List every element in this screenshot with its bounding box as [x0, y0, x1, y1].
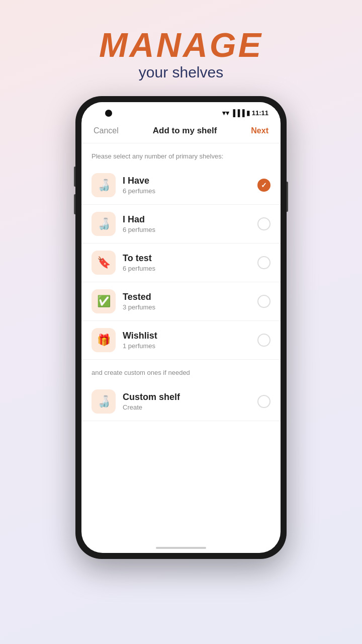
shelf-count-wishlist: 1 perfumes	[123, 342, 250, 350]
shelf-name-i-had: I Had	[123, 214, 250, 225]
shelf-text-i-have: I Have 6 perfumes	[123, 176, 250, 195]
nav-title: Add to my shelf	[153, 126, 217, 136]
shelf-icon-wrap-to-test: 🔖	[92, 251, 116, 275]
shelf-count-i-had: 6 perfumes	[123, 226, 250, 233]
bookmark-icon: 🔖	[97, 256, 111, 269]
status-bar: ▾▾ ▐▐▐ ▮ 11:11	[81, 102, 281, 120]
checkmark-bottle-icon: ✅	[97, 295, 111, 308]
page-heading: MANAGE	[99, 28, 263, 62]
next-button[interactable]: Next	[251, 126, 268, 135]
notch-area	[94, 110, 124, 117]
phone-screen: ▾▾ ▐▐▐ ▮ 11:11 Cancel Add to my shelf Ne…	[81, 102, 281, 553]
shelf-name-custom: Custom shelf	[123, 392, 250, 403]
status-right: ▾▾ ▐▐▐ ▮ 11:11	[222, 109, 268, 117]
shelf-item-tested[interactable]: ✅ Tested 3 perfumes	[81, 282, 281, 321]
shelf-icon-wrap-custom: 🍶	[92, 389, 116, 414]
shelf-icon-wrap-i-had: 🍶	[92, 212, 116, 236]
custom-bottle-icon: 🍶	[97, 395, 111, 408]
home-indicator-bar	[156, 547, 206, 549]
checkbox-i-have[interactable]	[257, 179, 270, 192]
nav-bar: Cancel Add to my shelf Next	[81, 120, 281, 143]
bottom-indicator	[81, 543, 281, 553]
checkbox-custom[interactable]	[257, 395, 270, 408]
shelf-icon-wrap-wishlist: 🎁	[92, 328, 116, 352]
perfume-bottle-icon: 🍶	[97, 179, 111, 192]
shelf-name-i-have: I Have	[123, 176, 250, 186]
page-subheading: your shelves	[99, 64, 263, 81]
battery-icon: ▮	[246, 109, 250, 117]
shelf-icon-wrap-i-have: 🍶	[92, 173, 116, 197]
checkbox-to-test[interactable]	[257, 256, 270, 269]
shelf-item-wishlist[interactable]: 🎁 Wishlist 1 perfumes	[81, 321, 281, 360]
status-time: 11:11	[252, 109, 268, 117]
phone-frame: ▾▾ ▐▐▐ ▮ 11:11 Cancel Add to my shelf Ne…	[75, 96, 287, 559]
gift-icon: 🎁	[97, 334, 111, 347]
custom-section-label: and create custom ones if needed	[81, 360, 281, 382]
shelf-count-tested: 3 perfumes	[123, 303, 250, 311]
shelf-text-wishlist: Wishlist 1 perfumes	[123, 331, 250, 350]
checkbox-wishlist[interactable]	[257, 334, 270, 347]
checkbox-tested[interactable]	[257, 295, 270, 308]
shelf-text-to-test: To test 6 perfumes	[123, 253, 250, 272]
cancel-button[interactable]: Cancel	[94, 126, 119, 135]
shelf-name-tested: Tested	[123, 292, 250, 302]
shelf-count-i-have: 6 perfumes	[123, 187, 250, 195]
shelf-text-i-had: I Had 6 perfumes	[123, 214, 250, 233]
status-icons: ▾▾ ▐▐▐ ▮	[222, 109, 250, 117]
section-hint: Please select any number of primary shel…	[81, 143, 281, 166]
shelf-text-tested: Tested 3 perfumes	[123, 292, 250, 311]
shelf-icon-wrap-tested: ✅	[92, 289, 116, 313]
wifi-icon: ▾▾	[222, 109, 229, 117]
shelf-count-custom: Create	[123, 404, 250, 411]
shelf-item-i-had[interactable]: 🍶 I Had 6 perfumes	[81, 205, 281, 244]
shelf-item-custom[interactable]: 🍶 Custom shelf Create	[81, 382, 281, 421]
camera-notch	[105, 110, 112, 117]
shelf-count-to-test: 6 perfumes	[123, 265, 250, 272]
signal-icon: ▐▐▐	[231, 109, 245, 117]
shelf-text-custom: Custom shelf Create	[123, 392, 250, 411]
shelf-name-wishlist: Wishlist	[123, 331, 250, 341]
shelf-name-to-test: To test	[123, 253, 250, 264]
perfume-bottle-had-icon: 🍶	[97, 217, 111, 230]
checkbox-i-had[interactable]	[257, 217, 270, 230]
shelf-list-content: Please select any number of primary shel…	[81, 143, 281, 543]
shelf-item-i-have[interactable]: 🍶 I Have 6 perfumes	[81, 166, 281, 205]
shelf-item-to-test[interactable]: 🔖 To test 6 perfumes	[81, 244, 281, 282]
